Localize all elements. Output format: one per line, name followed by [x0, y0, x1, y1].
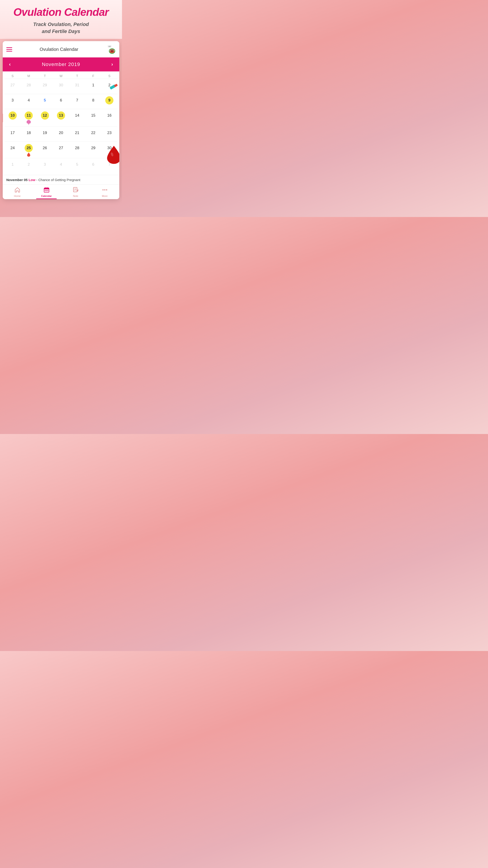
- day-20[interactable]: 20: [53, 128, 69, 140]
- day-11[interactable]: 11: [21, 111, 37, 125]
- ovulation-indicator: [26, 120, 31, 125]
- day-27-oct[interactable]: 27: [4, 80, 21, 92]
- day-headers: S M T W T F S: [4, 71, 118, 79]
- month-year-label: November 2019: [42, 61, 80, 67]
- day-4[interactable]: 4: [21, 95, 37, 107]
- day-5-dec[interactable]: 5: [69, 160, 85, 172]
- status-label: - Chance of Getting Pregnant: [36, 178, 80, 182]
- calendar-week-4: 17 18 19 20 21 22 23: [4, 126, 118, 142]
- day-8[interactable]: 8: [85, 95, 101, 107]
- app-title: Ovulation Calendar: [4, 6, 118, 18]
- day-29-oct[interactable]: 29: [37, 80, 53, 92]
- day-header-mon: M: [21, 74, 37, 78]
- svg-rect-40: [45, 190, 46, 191]
- menu-button[interactable]: [6, 47, 12, 52]
- day-31-oct[interactable]: 31: [69, 80, 85, 92]
- day-27[interactable]: 27: [53, 143, 69, 157]
- day-24[interactable]: 24: [4, 143, 21, 157]
- svg-text:AD: AD: [108, 46, 111, 47]
- prev-month-button[interactable]: ‹: [7, 61, 12, 68]
- calendar-icon: [43, 187, 50, 194]
- watermelon-icon: AD: [106, 44, 116, 54]
- app-subtitle: Track Ovulation, Period and Fertile Days: [4, 21, 118, 35]
- day-26[interactable]: 26: [37, 143, 53, 157]
- nav-calendar-label: Calendar: [41, 195, 52, 197]
- day-30-oct[interactable]: 30: [53, 80, 69, 92]
- day-7[interactable]: 7: [69, 95, 85, 107]
- day-2[interactable]: 2: [101, 80, 118, 92]
- nav-calendar[interactable]: Calendar: [32, 185, 61, 199]
- blood-drop-large-icon: [107, 146, 119, 165]
- day-header-sat: S: [101, 74, 118, 78]
- day-1-dec[interactable]: 1: [4, 160, 21, 172]
- app-card: Ovulation Calendar AD: [3, 41, 119, 199]
- day-28-oct[interactable]: 28: [21, 80, 37, 92]
- calendar-week-2: 3 4 5 6 7 8 9: [4, 94, 118, 109]
- day-5[interactable]: 5: [37, 95, 53, 107]
- day-18[interactable]: 18: [21, 128, 37, 140]
- day-header-fri: F: [85, 74, 101, 78]
- day-header-tue: T: [37, 74, 53, 78]
- status-bar: November 05 Low - Chance of Getting Preg…: [3, 175, 119, 184]
- day-header-sun: S: [4, 74, 21, 78]
- home-icon: [14, 187, 20, 194]
- day-10[interactable]: 10: [4, 111, 21, 125]
- day-12[interactable]: 12: [37, 111, 53, 125]
- day-21[interactable]: 21: [69, 128, 85, 140]
- day-4-dec[interactable]: 4: [53, 160, 69, 172]
- more-icon: [102, 187, 108, 194]
- day-17[interactable]: 17: [4, 128, 21, 140]
- calendar-week-1: 27 28 29 30 31 1 2: [4, 79, 118, 94]
- svg-point-33: [28, 121, 30, 123]
- svg-rect-37: [44, 188, 49, 189]
- nav-note-label: Note: [73, 195, 78, 197]
- status-date: November 05: [6, 178, 28, 182]
- day-6-dec[interactable]: 6: [85, 160, 101, 172]
- day-13[interactable]: 13: [53, 111, 69, 125]
- svg-rect-39: [47, 187, 48, 188]
- day-28[interactable]: 28: [69, 143, 85, 157]
- day-19[interactable]: 19: [37, 128, 53, 140]
- day-22[interactable]: 22: [85, 128, 101, 140]
- day-2-dec[interactable]: 2: [21, 160, 37, 172]
- mini-calendar-icon: [3, 112, 3, 124]
- day-23[interactable]: 23: [101, 128, 118, 140]
- day-6[interactable]: 6: [53, 95, 69, 107]
- day-14[interactable]: 14: [69, 111, 85, 125]
- fertility-status: Low: [29, 178, 35, 182]
- top-bar: Ovulation Calendar AD: [3, 41, 119, 57]
- pregnancy-test-icon: [109, 84, 118, 91]
- nav-more-label: More: [102, 195, 107, 197]
- day-15[interactable]: 15: [85, 111, 101, 125]
- nav-home[interactable]: Home: [3, 185, 32, 199]
- svg-point-48: [104, 189, 105, 191]
- day-3-dec[interactable]: 3: [37, 160, 53, 172]
- svg-point-47: [102, 189, 103, 191]
- day-9[interactable]: 9: [101, 95, 118, 107]
- nav-home-label: Home: [14, 195, 21, 197]
- day-header-wed: W: [53, 74, 69, 78]
- svg-point-49: [106, 189, 107, 191]
- app-header: Ovulation Calendar Track Ovulation, Peri…: [0, 0, 122, 39]
- next-month-button[interactable]: ›: [109, 61, 115, 68]
- day-25[interactable]: 25: [21, 143, 37, 157]
- svg-rect-41: [46, 190, 47, 191]
- day-3[interactable]: 3: [4, 95, 21, 107]
- month-nav: ‹ November 2019 ›: [3, 57, 119, 71]
- topbar-title: Ovulation Calendar: [39, 47, 78, 52]
- day-29[interactable]: 29: [85, 143, 101, 157]
- calendar-week-3: 10 11: [4, 109, 118, 126]
- svg-rect-38: [45, 187, 46, 188]
- period-drop-small: [27, 153, 30, 157]
- calendar-area: S M T W T F S 27 28 29 30 31 1 2: [3, 71, 119, 175]
- nav-note[interactable]: Note: [61, 185, 90, 199]
- day-1[interactable]: 1: [85, 80, 101, 92]
- day-16[interactable]: 16: [101, 111, 118, 125]
- bottom-nav: Home Calendar: [3, 184, 119, 199]
- calendar-week-5: 24 25 26 27 28 29 30: [4, 142, 118, 158]
- note-icon: [73, 187, 78, 194]
- nav-more[interactable]: More: [90, 185, 119, 199]
- svg-rect-42: [47, 190, 48, 191]
- day-header-thu: T: [69, 74, 85, 78]
- svg-point-5: [112, 50, 112, 51]
